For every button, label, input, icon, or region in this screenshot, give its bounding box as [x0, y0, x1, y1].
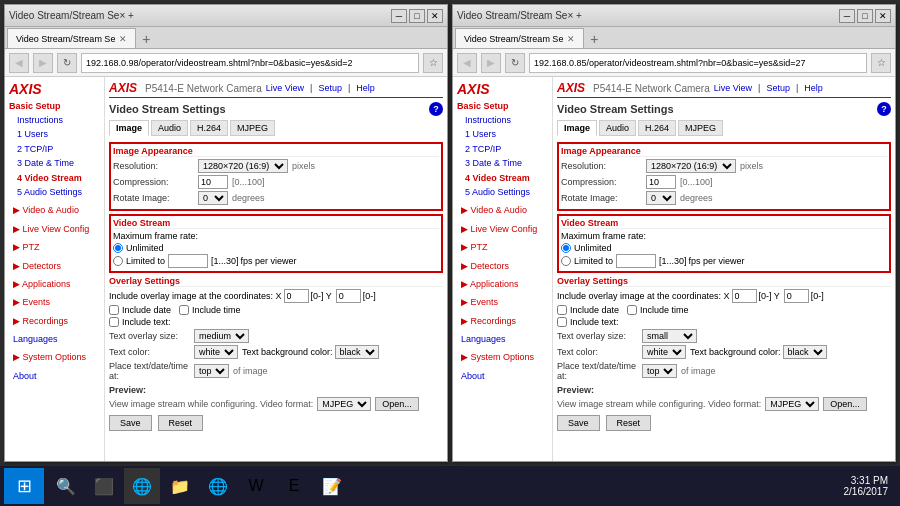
tab-mjpeg-left[interactable]: MJPEG	[230, 120, 275, 136]
sidebar-va-left[interactable]: ▶ Video & Audio	[9, 203, 100, 217]
taskbar-cortana[interactable]: 🔍	[48, 468, 84, 504]
coord-y-left[interactable]	[336, 289, 361, 303]
sidebar-videostream-left[interactable]: 4 Video Stream	[9, 171, 100, 185]
taskbar-word[interactable]: W	[238, 468, 274, 504]
setup-link-left[interactable]: Setup	[318, 83, 342, 93]
unlimited-radio-left[interactable]	[113, 243, 123, 253]
minimize-btn-left[interactable]: ─	[391, 9, 407, 23]
maximize-btn-left[interactable]: □	[409, 9, 425, 23]
taskbar-file-explorer[interactable]: 📁	[162, 468, 198, 504]
reload-btn-left[interactable]: ↻	[57, 53, 77, 73]
resolution-select-right[interactable]: 1280×720 (16:9)	[646, 159, 736, 173]
coord-x-left[interactable]	[284, 289, 309, 303]
help-icon-right[interactable]: ?	[877, 102, 891, 116]
tab-audio-right[interactable]: Audio	[599, 120, 636, 136]
include-text-checkbox-left[interactable]	[109, 317, 119, 327]
sidebar-ptz-right-item[interactable]: ▶ PTZ	[457, 240, 548, 254]
reload-btn-right[interactable]: ↻	[505, 53, 525, 73]
help-link-left[interactable]: Help	[356, 83, 375, 93]
sidebar-lang-left[interactable]: Languages	[9, 332, 100, 346]
forward-btn-left[interactable]: ▶	[33, 53, 53, 73]
minimize-btn-right[interactable]: ─	[839, 9, 855, 23]
include-date-checkbox-right[interactable]	[557, 305, 567, 315]
taskbar-extra[interactable]: 📝	[314, 468, 350, 504]
unlimited-radio-right[interactable]	[561, 243, 571, 253]
close-btn-right[interactable]: ✕	[875, 9, 891, 23]
tab-h264-right[interactable]: H.264	[638, 120, 676, 136]
reset-btn-left[interactable]: Reset	[158, 415, 204, 431]
sidebar-lang-right-item[interactable]: Languages	[457, 332, 548, 346]
rotate-select-right[interactable]: 0	[646, 191, 676, 205]
open-btn-left[interactable]: Open...	[375, 397, 419, 411]
sidebar-sys-right-item[interactable]: ▶ System Options	[457, 350, 548, 364]
help-icon-left[interactable]: ?	[429, 102, 443, 116]
sidebar-tcpip-right[interactable]: 2 TCP/IP	[457, 142, 548, 156]
sidebar-users-right[interactable]: 1 Users	[457, 127, 548, 141]
open-btn-right[interactable]: Open...	[823, 397, 867, 411]
sidebar-instructions-left[interactable]: Instructions	[9, 113, 100, 127]
sidebar-det-left[interactable]: ▶ Detectors	[9, 259, 100, 273]
sidebar-about-left[interactable]: About	[9, 369, 100, 383]
sidebar-instructions-right[interactable]: Instructions	[457, 113, 548, 127]
tab-h264-left[interactable]: H.264	[190, 120, 228, 136]
taskbar-excel[interactable]: E	[276, 468, 312, 504]
include-date-checkbox-left[interactable]	[109, 305, 119, 315]
compression-input-left[interactable]	[198, 175, 228, 189]
sidebar-lv-right[interactable]: ▶ Live View Config	[457, 222, 548, 236]
include-time-checkbox-right[interactable]	[627, 305, 637, 315]
sidebar-rec-right[interactable]: ▶ Recordings	[457, 314, 548, 328]
tab-image-right[interactable]: Image	[557, 120, 597, 136]
preview-format-right[interactable]: MJPEG	[765, 397, 819, 411]
sidebar-videostream-right[interactable]: 4 Video Stream	[457, 171, 548, 185]
close-btn-left[interactable]: ✕	[427, 9, 443, 23]
sidebar-app-left[interactable]: ▶ Applications	[9, 277, 100, 291]
resolution-select-left[interactable]: 1280×720 (16:9)	[198, 159, 288, 173]
address-input-left[interactable]	[81, 53, 419, 73]
sidebar-sys-left[interactable]: ▶ System Options	[9, 350, 100, 364]
sidebar-ev-left[interactable]: ▶ Events	[9, 295, 100, 309]
limited-radio-left[interactable]	[113, 256, 123, 266]
tab-left-active[interactable]: Video Stream/Stream Se ✕	[7, 28, 136, 48]
taskbar-ie[interactable]: 🌐	[124, 468, 160, 504]
sidebar-datetime-left[interactable]: 3 Date & Time	[9, 156, 100, 170]
limited-radio-right[interactable]	[561, 256, 571, 266]
live-view-link-left[interactable]: Live View	[266, 83, 304, 93]
sidebar-app-right[interactable]: ▶ Applications	[457, 277, 548, 291]
tab-right-active[interactable]: Video Stream/Stream Se ✕	[455, 28, 584, 48]
text-overlay-select-right[interactable]: small medium large	[642, 329, 697, 343]
sidebar-tcpip-left[interactable]: 2 TCP/IP	[9, 142, 100, 156]
include-time-checkbox-left[interactable]	[179, 305, 189, 315]
sidebar-rec-left[interactable]: ▶ Recordings	[9, 314, 100, 328]
reset-btn-right[interactable]: Reset	[606, 415, 652, 431]
limited-input-right[interactable]	[616, 254, 656, 268]
sidebar-datetime-right[interactable]: 3 Date & Time	[457, 156, 548, 170]
sidebar-users-left[interactable]: 1 Users	[9, 127, 100, 141]
place-select-left[interactable]: top	[194, 364, 229, 378]
compression-input-right[interactable]	[646, 175, 676, 189]
coord-x-right[interactable]	[732, 289, 757, 303]
save-btn-left[interactable]: Save	[109, 415, 152, 431]
back-btn-right[interactable]: ◀	[457, 53, 477, 73]
bookmark-btn-right[interactable]: ☆	[871, 53, 891, 73]
rotate-select-left[interactable]: 0	[198, 191, 228, 205]
help-link-right[interactable]: Help	[804, 83, 823, 93]
tab-mjpeg-right[interactable]: MJPEG	[678, 120, 723, 136]
tab-image-left[interactable]: Image	[109, 120, 149, 136]
new-tab-left[interactable]: +	[136, 30, 156, 48]
sidebar-ptz-left[interactable]: ▶ PTZ	[9, 240, 100, 254]
sidebar-ev-right[interactable]: ▶ Events	[457, 295, 548, 309]
limited-input-left[interactable]	[168, 254, 208, 268]
sidebar-about-right-item[interactable]: About	[457, 369, 548, 383]
sidebar-lv-left[interactable]: ▶ Live View Config	[9, 222, 100, 236]
back-btn-left[interactable]: ◀	[9, 53, 29, 73]
maximize-btn-right[interactable]: □	[857, 9, 873, 23]
save-btn-right[interactable]: Save	[557, 415, 600, 431]
start-button[interactable]: ⊞	[4, 468, 44, 504]
bg-color-select-left[interactable]: black	[335, 345, 379, 359]
include-text-checkbox-right[interactable]	[557, 317, 567, 327]
address-input-right[interactable]	[529, 53, 867, 73]
text-color-select-left[interactable]: white	[194, 345, 238, 359]
tab-close-right[interactable]: ✕	[567, 34, 575, 44]
preview-format-left[interactable]: MJPEG	[317, 397, 371, 411]
setup-link-right[interactable]: Setup	[766, 83, 790, 93]
